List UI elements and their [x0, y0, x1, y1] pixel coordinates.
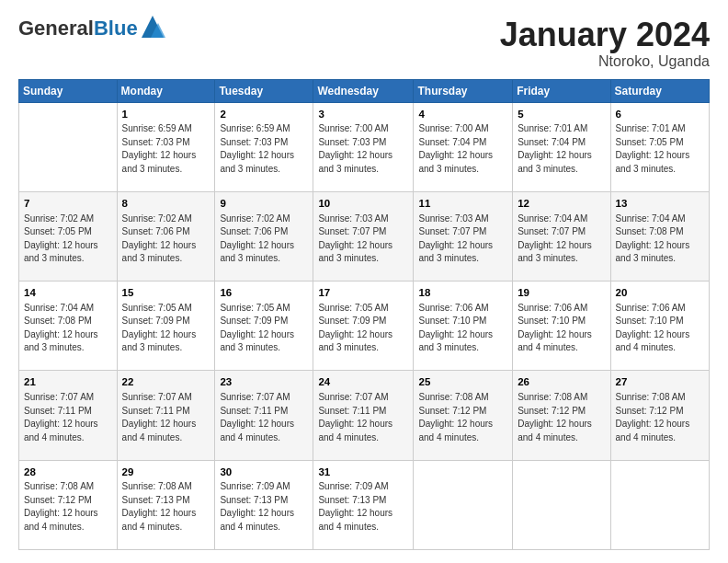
day-number: 4 [418, 107, 507, 122]
day-number: 25 [418, 374, 507, 390]
day-info: Sunrise: 7:04 AM Sunset: 7:08 PM Dayligh… [616, 213, 704, 266]
day-info: Sunrise: 7:03 AM Sunset: 7:07 PM Dayligh… [418, 213, 507, 266]
calendar-cell: 11Sunrise: 7:03 AM Sunset: 7:07 PM Dayli… [414, 191, 513, 281]
day-info: Sunrise: 7:02 AM Sunset: 7:06 PM Dayligh… [220, 213, 308, 266]
day-number: 8 [122, 196, 210, 212]
day-number: 17 [318, 285, 408, 301]
calendar-cell: 30Sunrise: 7:09 AM Sunset: 7:13 PM Dayli… [215, 460, 313, 549]
day-info: Sunrise: 7:00 AM Sunset: 7:03 PM Dayligh… [318, 122, 408, 176]
day-info: Sunrise: 7:07 AM Sunset: 7:11 PM Dayligh… [220, 391, 308, 444]
calendar-cell: 1Sunrise: 6:59 AM Sunset: 7:03 PM Daylig… [117, 102, 215, 191]
day-info: Sunrise: 7:05 AM Sunset: 7:09 PM Dayligh… [122, 302, 210, 355]
calendar-cell [513, 460, 610, 549]
calendar-title: January 2024 [500, 17, 710, 53]
logo-blue: Blue [94, 17, 138, 40]
day-number: 20 [616, 285, 704, 301]
logo-general: General [18, 17, 94, 40]
day-number: 18 [418, 285, 507, 301]
calendar-cell: 9Sunrise: 7:02 AM Sunset: 7:06 PM Daylig… [215, 191, 313, 281]
weekday-header-thursday: Thursday [414, 79, 513, 102]
weekday-header-saturday: Saturday [610, 79, 709, 102]
calendar-cell: 28Sunrise: 7:08 AM Sunset: 7:12 PM Dayli… [19, 460, 118, 549]
day-number: 13 [616, 196, 704, 212]
calendar-cell: 20Sunrise: 7:06 AM Sunset: 7:10 PM Dayli… [610, 282, 709, 371]
calendar-cell [19, 102, 118, 191]
title-block: January 2024 Ntoroko, Uganda [500, 17, 710, 70]
day-number: 21 [24, 374, 112, 390]
day-info: Sunrise: 7:07 AM Sunset: 7:11 PM Dayligh… [24, 391, 112, 444]
calendar-cell: 13Sunrise: 7:04 AM Sunset: 7:08 PM Dayli… [610, 191, 709, 281]
day-info: Sunrise: 7:00 AM Sunset: 7:04 PM Dayligh… [418, 122, 507, 176]
day-number: 16 [220, 285, 308, 301]
weekday-header-friday: Friday [513, 79, 610, 102]
calendar-cell: 17Sunrise: 7:05 AM Sunset: 7:09 PM Dayli… [313, 282, 414, 371]
day-number: 5 [518, 107, 605, 122]
calendar-cell [414, 460, 513, 549]
calendar-cell: 19Sunrise: 7:06 AM Sunset: 7:10 PM Dayli… [513, 282, 610, 371]
day-info: Sunrise: 7:06 AM Sunset: 7:10 PM Dayligh… [418, 302, 507, 355]
calendar-cell: 22Sunrise: 7:07 AM Sunset: 7:11 PM Dayli… [117, 371, 215, 460]
weekday-header-monday: Monday [117, 79, 215, 102]
calendar-cell: 12Sunrise: 7:04 AM Sunset: 7:07 PM Dayli… [513, 191, 610, 281]
day-number: 12 [518, 196, 605, 212]
calendar-cell: 29Sunrise: 7:08 AM Sunset: 7:13 PM Dayli… [117, 460, 215, 549]
day-number: 15 [122, 285, 210, 301]
calendar-cell: 24Sunrise: 7:07 AM Sunset: 7:11 PM Dayli… [313, 371, 414, 460]
day-number: 23 [220, 374, 308, 390]
day-info: Sunrise: 7:01 AM Sunset: 7:04 PM Dayligh… [518, 122, 605, 176]
day-number: 1 [122, 107, 210, 122]
day-number: 9 [220, 196, 308, 212]
day-number: 30 [220, 465, 308, 480]
logo: GeneralBlue [18, 17, 165, 40]
day-number: 3 [318, 107, 408, 122]
day-info: Sunrise: 7:02 AM Sunset: 7:05 PM Dayligh… [24, 213, 112, 266]
weekday-header-sunday: Sunday [19, 79, 118, 102]
day-number: 6 [616, 107, 704, 122]
calendar-cell: 18Sunrise: 7:06 AM Sunset: 7:10 PM Dayli… [414, 282, 513, 371]
calendar-header: SundayMondayTuesdayWednesdayThursdayFrid… [19, 79, 710, 102]
day-info: Sunrise: 7:08 AM Sunset: 7:12 PM Dayligh… [418, 391, 507, 444]
day-number: 2 [220, 107, 308, 122]
day-number: 31 [318, 465, 408, 480]
day-number: 28 [24, 465, 112, 480]
day-info: Sunrise: 7:02 AM Sunset: 7:06 PM Dayligh… [122, 213, 210, 266]
weekday-header-tuesday: Tuesday [215, 79, 313, 102]
day-number: 10 [318, 196, 408, 212]
day-info: Sunrise: 6:59 AM Sunset: 7:03 PM Dayligh… [122, 122, 210, 176]
weekday-header-row: SundayMondayTuesdayWednesdayThursdayFrid… [19, 79, 710, 102]
calendar-cell: 3Sunrise: 7:00 AM Sunset: 7:03 PM Daylig… [313, 102, 414, 191]
calendar-cell: 23Sunrise: 7:07 AM Sunset: 7:11 PM Dayli… [215, 371, 313, 460]
day-number: 14 [24, 285, 112, 301]
calendar-table: SundayMondayTuesdayWednesdayThursdayFrid… [18, 79, 710, 550]
day-info: Sunrise: 7:09 AM Sunset: 7:13 PM Dayligh… [220, 480, 308, 534]
day-number: 7 [24, 196, 112, 212]
day-info: Sunrise: 7:08 AM Sunset: 7:12 PM Dayligh… [518, 391, 605, 444]
day-number: 26 [518, 374, 605, 390]
day-info: Sunrise: 7:09 AM Sunset: 7:13 PM Dayligh… [318, 480, 408, 534]
week-row-1: 7Sunrise: 7:02 AM Sunset: 7:05 PM Daylig… [19, 191, 710, 281]
day-number: 19 [518, 285, 605, 301]
logo-icon [140, 14, 165, 40]
calendar-cell: 16Sunrise: 7:05 AM Sunset: 7:09 PM Dayli… [215, 282, 313, 371]
weekday-header-wednesday: Wednesday [313, 79, 414, 102]
calendar-cell: 4Sunrise: 7:00 AM Sunset: 7:04 PM Daylig… [414, 102, 513, 191]
calendar-cell: 5Sunrise: 7:01 AM Sunset: 7:04 PM Daylig… [513, 102, 610, 191]
day-info: Sunrise: 7:04 AM Sunset: 7:07 PM Dayligh… [518, 213, 605, 266]
header: GeneralBlue January 2024 Ntoroko, Uganda [18, 17, 710, 70]
page: GeneralBlue January 2024 Ntoroko, Uganda… [0, 0, 728, 563]
calendar-cell: 10Sunrise: 7:03 AM Sunset: 7:07 PM Dayli… [313, 191, 414, 281]
week-row-2: 14Sunrise: 7:04 AM Sunset: 7:08 PM Dayli… [19, 282, 710, 371]
calendar-cell: 25Sunrise: 7:08 AM Sunset: 7:12 PM Dayli… [414, 371, 513, 460]
week-row-4: 28Sunrise: 7:08 AM Sunset: 7:12 PM Dayli… [19, 460, 710, 549]
calendar-cell: 31Sunrise: 7:09 AM Sunset: 7:13 PM Dayli… [313, 460, 414, 549]
calendar-cell: 6Sunrise: 7:01 AM Sunset: 7:05 PM Daylig… [610, 102, 709, 191]
day-info: Sunrise: 7:06 AM Sunset: 7:10 PM Dayligh… [518, 302, 605, 355]
day-info: Sunrise: 7:03 AM Sunset: 7:07 PM Dayligh… [318, 213, 408, 266]
day-info: Sunrise: 7:01 AM Sunset: 7:05 PM Dayligh… [616, 122, 704, 176]
day-info: Sunrise: 7:08 AM Sunset: 7:12 PM Dayligh… [616, 391, 704, 444]
day-number: 24 [318, 374, 408, 390]
day-number: 22 [122, 374, 210, 390]
calendar-cell: 15Sunrise: 7:05 AM Sunset: 7:09 PM Dayli… [117, 282, 215, 371]
calendar-subtitle: Ntoroko, Uganda [500, 53, 710, 70]
day-info: Sunrise: 7:08 AM Sunset: 7:13 PM Dayligh… [122, 480, 210, 534]
